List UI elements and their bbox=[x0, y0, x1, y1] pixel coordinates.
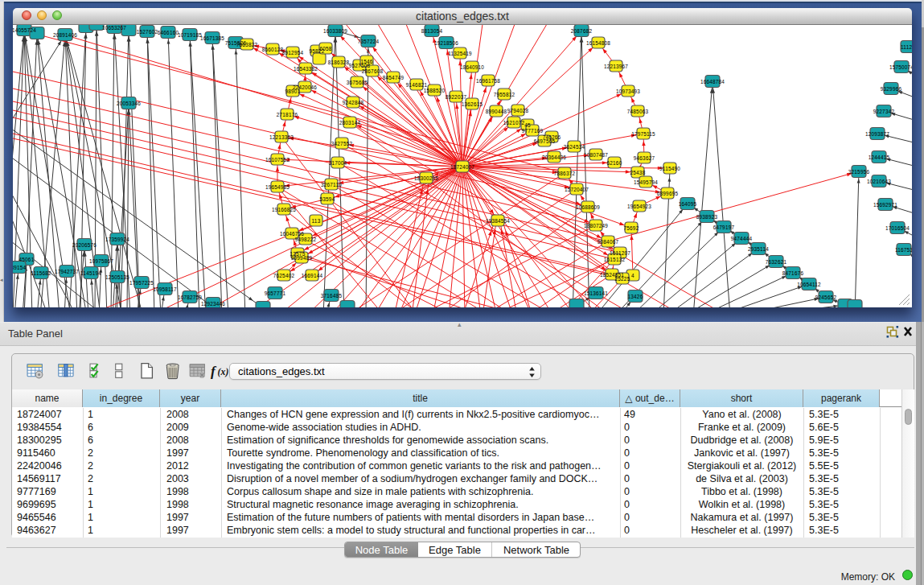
svg-text:317004: 317004 bbox=[329, 160, 347, 166]
svg-text:10719185: 10719185 bbox=[178, 32, 202, 38]
svg-text:16961758: 16961758 bbox=[476, 78, 500, 84]
svg-text:10973493: 10973493 bbox=[616, 89, 640, 94]
svg-text:12213967: 12213967 bbox=[604, 64, 628, 69]
svg-text:1669144: 1669144 bbox=[302, 273, 323, 278]
svg-text:4: 4 bbox=[631, 273, 634, 278]
svg-text:16671385: 16671385 bbox=[200, 35, 224, 41]
svg-text:16543382: 16543382 bbox=[294, 66, 318, 72]
svg-text:2087682: 2087682 bbox=[571, 28, 593, 34]
svg-text:16046756: 16046756 bbox=[280, 231, 304, 237]
svg-text:16782759: 16782759 bbox=[178, 295, 202, 300]
svg-text:10210643: 10210643 bbox=[867, 179, 891, 184]
svg-text:3215956: 3215956 bbox=[848, 169, 870, 175]
svg-text:10688609: 10688609 bbox=[576, 204, 600, 210]
svg-text:17957225: 17957225 bbox=[129, 280, 154, 286]
svg-text:1588520: 1588520 bbox=[424, 88, 446, 93]
svg-text:45061: 45061 bbox=[19, 257, 35, 262]
svg-text:7955812: 7955812 bbox=[494, 92, 515, 97]
svg-text:8922037: 8922037 bbox=[446, 94, 467, 100]
svg-text:75692: 75692 bbox=[624, 225, 639, 231]
svg-text:18807249: 18807249 bbox=[584, 223, 608, 229]
svg-text:20891406: 20891406 bbox=[53, 32, 77, 38]
svg-text:164095: 164095 bbox=[679, 201, 697, 207]
svg-text:62160: 62160 bbox=[607, 160, 622, 166]
svg-text:7663822: 7663822 bbox=[236, 42, 258, 47]
svg-text:9498222: 9498222 bbox=[295, 237, 317, 242]
svg-text:98901: 98901 bbox=[285, 89, 301, 94]
svg-text:11325419: 11325419 bbox=[448, 51, 472, 56]
svg-text:25438: 25438 bbox=[630, 170, 646, 175]
svg-text:7886372: 7886372 bbox=[554, 171, 576, 176]
svg-text:25225: 25225 bbox=[615, 276, 630, 282]
svg-text:8186328: 8186328 bbox=[328, 60, 350, 65]
svg-text:13426: 13426 bbox=[628, 294, 643, 299]
svg-text:10975867: 10975867 bbox=[89, 258, 113, 264]
svg-text:6466160: 6466160 bbox=[158, 30, 179, 35]
svg-text:45: 45 bbox=[524, 122, 531, 128]
svg-text:8813054: 8813054 bbox=[421, 28, 443, 34]
svg-text:16033809: 16033809 bbox=[323, 28, 347, 34]
svg-text:2867608: 2867608 bbox=[362, 68, 384, 74]
svg-text:1615132: 1615132 bbox=[604, 257, 626, 262]
svg-text:9794028: 9794028 bbox=[507, 108, 529, 113]
svg-text:9146821: 9146821 bbox=[406, 82, 428, 88]
svg-text:9115490: 9115490 bbox=[659, 166, 680, 171]
svg-text:16154808: 16154808 bbox=[586, 40, 610, 46]
svg-text:8912954: 8912954 bbox=[282, 50, 304, 56]
svg-text:(x): (x) bbox=[218, 366, 229, 377]
svg-text:2718176: 2718176 bbox=[277, 112, 298, 117]
svg-text:9242848: 9242848 bbox=[343, 100, 364, 105]
svg-text:1115682: 1115682 bbox=[31, 270, 51, 276]
svg-text:1611207: 1611207 bbox=[610, 250, 630, 256]
svg-text:f: f bbox=[211, 364, 217, 379]
svg-text:7485063: 7485063 bbox=[627, 109, 649, 114]
svg-text:6479197: 6479197 bbox=[713, 225, 735, 230]
svg-text:9227342: 9227342 bbox=[873, 109, 895, 114]
svg-text:113: 113 bbox=[312, 218, 321, 224]
svg-text:7632621: 7632621 bbox=[766, 259, 787, 265]
svg-text:9329966: 9329966 bbox=[881, 86, 902, 92]
svg-text:12213363: 12213363 bbox=[269, 134, 294, 140]
svg-text:39154: 39154 bbox=[13, 265, 27, 270]
svg-text:9777169: 9777169 bbox=[522, 128, 544, 134]
svg-text:3267110: 3267110 bbox=[321, 182, 342, 187]
svg-text:3716485: 3716485 bbox=[321, 293, 343, 299]
svg-text:10653267: 10653267 bbox=[102, 25, 126, 31]
svg-text:12923446: 12923446 bbox=[201, 301, 225, 307]
svg-text:10958117: 10958117 bbox=[153, 286, 177, 292]
svg-text:3624534: 3624534 bbox=[564, 144, 585, 150]
svg-text:8938923: 8938923 bbox=[696, 214, 718, 220]
svg-text:8990448: 8990448 bbox=[486, 109, 507, 114]
svg-text:17016504: 17016504 bbox=[885, 225, 910, 231]
svg-text:2803144: 2803144 bbox=[339, 120, 361, 126]
svg-text:8454749: 8454749 bbox=[383, 75, 405, 80]
svg-text:116753: 116753 bbox=[895, 247, 912, 253]
svg-text:19654985: 19654985 bbox=[265, 184, 290, 190]
svg-text:20206576: 20206576 bbox=[72, 242, 97, 248]
svg-text:15750074: 15750074 bbox=[889, 64, 912, 70]
svg-text:6497565: 6497565 bbox=[534, 138, 556, 144]
svg-text:3427552: 3427552 bbox=[331, 141, 353, 146]
svg-text:9245652: 9245652 bbox=[815, 295, 837, 300]
svg-text:15495794: 15495794 bbox=[634, 179, 658, 185]
svg-text:9099489: 9099489 bbox=[291, 255, 313, 261]
svg-text:10807487: 10807487 bbox=[584, 152, 608, 158]
svg-text:15692971: 15692971 bbox=[873, 202, 897, 208]
svg-text:7357224: 7357224 bbox=[358, 39, 380, 44]
svg-text:12505135: 12505135 bbox=[105, 274, 129, 280]
svg-text:53594: 53594 bbox=[320, 196, 335, 202]
svg-text:17975115: 17975115 bbox=[631, 131, 655, 137]
svg-text:9463627: 9463627 bbox=[634, 155, 655, 161]
svg-text:18300295: 18300295 bbox=[414, 175, 438, 181]
svg-text:19166825: 19166825 bbox=[272, 207, 296, 212]
svg-text:12093877: 12093877 bbox=[865, 131, 889, 137]
svg-text:3675685: 3675685 bbox=[347, 80, 368, 85]
svg-text:1621072: 1621072 bbox=[503, 120, 525, 126]
svg-text:9084067: 9084067 bbox=[598, 239, 619, 245]
svg-text:18640910: 18640910 bbox=[460, 64, 484, 70]
svg-text:17359924: 17359924 bbox=[105, 237, 129, 242]
svg-text:19384554: 19384554 bbox=[486, 218, 510, 224]
svg-text:19218506: 19218506 bbox=[434, 40, 458, 46]
svg-text:1527602: 1527602 bbox=[137, 29, 158, 35]
svg-text:16648784: 16648784 bbox=[700, 79, 725, 84]
